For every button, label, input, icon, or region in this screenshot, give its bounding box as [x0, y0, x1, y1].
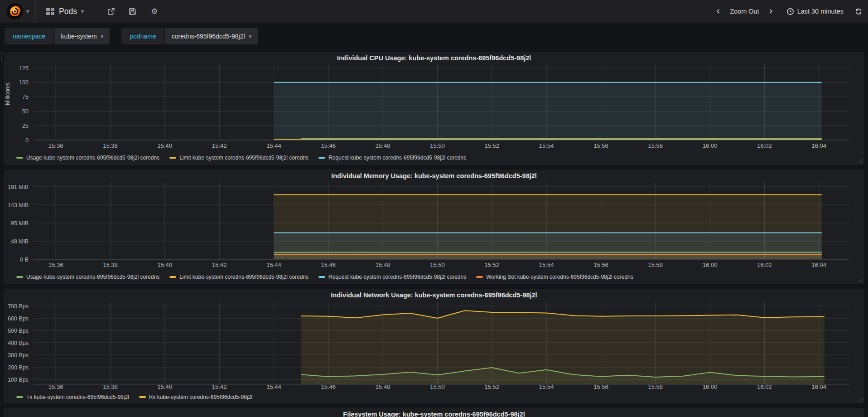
variable-value-podname[interactable]: coredns-695f96dcd5-98j2l ▾	[165, 28, 258, 44]
x-tick-label: 15:36	[48, 142, 63, 149]
x-tick-label: 16:00	[703, 383, 718, 390]
y-tick-label: 0	[25, 137, 29, 144]
x-tick-label: 15:36	[48, 383, 63, 390]
x-tick-label: 16:02	[757, 262, 772, 268]
time-range-picker[interactable]: Last 30 minutes	[786, 8, 844, 15]
x-tick-label: 15:44	[266, 383, 281, 390]
x-tick-label: 15:42	[212, 142, 227, 149]
x-tick-label: 15:52	[485, 383, 500, 390]
x-tick-label: 16:02	[757, 142, 772, 149]
legend-item[interactable]: Request kube-system coredns-695f96dcd5-9…	[318, 155, 466, 161]
y-tick-label: 50	[22, 108, 29, 115]
share-icon	[107, 7, 115, 15]
y-tick-label: 100 Bps	[8, 377, 29, 383]
panel-resize-handle[interactable]	[858, 158, 863, 164]
time-shift-back-button[interactable]	[714, 6, 723, 16]
legend-label: Rx kube-system coredns-695f96dcd5-98j2l	[149, 394, 252, 400]
y-tick-label: 191 MiB	[8, 184, 29, 190]
x-tick-label: 15:38	[103, 142, 118, 149]
y-tick-label: 0 B	[20, 257, 29, 263]
legend-label: Working Set kube-system coredns-695f96dc…	[486, 274, 633, 280]
gear-icon: ⚙	[151, 8, 158, 15]
variable-value-text: coredns-695f96dcd5-98j2l	[172, 33, 245, 40]
y-tick-label: 200 Bps	[8, 364, 29, 371]
legend-swatch-icon	[476, 276, 483, 278]
y-tick-label: 25	[22, 123, 29, 129]
x-tick-label: 15:54	[539, 262, 554, 268]
x-tick-label: 15:56	[593, 142, 608, 149]
x-tick-label: 16:04	[812, 262, 827, 268]
panel-title-filesystem[interactable]: Filesystem Usage: kube-system coredns-69…	[4, 408, 864, 417]
legend-swatch-icon	[318, 157, 325, 159]
x-tick-label: 15:40	[158, 142, 173, 149]
x-tick-label: 15:58	[648, 142, 663, 149]
zoom-out-button[interactable]: Zoom Out	[730, 8, 759, 15]
legend-item[interactable]: Tx kube-system coredns-695f96dcd5-98j2l	[16, 394, 129, 400]
dashboard-title: Pods	[59, 7, 77, 16]
legend-item[interactable]: Request kube-system coredns-695f96dcd5-9…	[318, 274, 466, 280]
legend-swatch-icon	[16, 157, 23, 159]
legend-item[interactable]: Rx kube-system coredns-695f96dcd5-98j2l	[139, 394, 252, 400]
y-tick-label: 48 MiB	[11, 238, 29, 245]
save-button[interactable]	[128, 6, 138, 16]
x-tick-label: 15:42	[212, 383, 227, 390]
y-tick-label: 95 MiB	[11, 220, 29, 227]
chevron-down-icon: ▾	[101, 34, 104, 39]
dashboard-grid-icon	[46, 7, 55, 15]
x-tick-label: 15:54	[539, 142, 554, 149]
legend-label: Usage kube-system coredns-695f96dcd5-98j…	[26, 155, 159, 161]
x-tick-label: 15:50	[430, 262, 445, 268]
panel-title-memory[interactable]: Individual Memory Usage: kube-system cor…	[4, 170, 864, 182]
y-tick-label: 125	[19, 65, 29, 72]
x-tick-label: 15:46	[321, 262, 336, 268]
x-tick-label: 15:46	[321, 383, 336, 390]
row-drag-handle[interactable]	[0, 52, 3, 62]
x-tick-label: 15:46	[321, 142, 336, 149]
legend-label: Request kube-system coredns-695f96dcd5-9…	[328, 274, 466, 280]
panel-title-cpu[interactable]: Individual CPU Usage: kube-system coredn…	[4, 52, 864, 64]
panel-title-network[interactable]: Individual Network Usage: kube-system co…	[4, 289, 864, 301]
refresh-icon	[855, 8, 863, 15]
chevron-right-icon	[767, 8, 774, 15]
dashboard-picker[interactable]: Pods ▾	[36, 0, 94, 23]
legend-swatch-icon	[16, 276, 23, 278]
variable-value-namespace[interactable]: kube-system ▾	[54, 28, 110, 44]
navbar: ▾ Pods ▾	[0, 0, 868, 23]
x-tick-label: 15:50	[430, 142, 445, 149]
cpu-chart[interactable]: 025507510012515:3615:3815:4015:4215:4415…	[4, 64, 864, 153]
time-shift-forward-button[interactable]	[766, 6, 776, 16]
refresh-button[interactable]	[854, 6, 863, 16]
legend-swatch-icon	[16, 396, 23, 398]
x-tick-label: 15:48	[376, 262, 391, 268]
panel-resize-handle[interactable]	[858, 397, 863, 402]
settings-button[interactable]: ⚙	[149, 6, 159, 16]
x-tick-label: 15:58	[648, 262, 663, 268]
legend-item[interactable]: Usage kube-system coredns-695f96dcd5-98j…	[16, 274, 159, 280]
legend-item[interactable]: Usage kube-system coredns-695f96dcd5-98j…	[16, 155, 159, 161]
legend-item[interactable]: Limit kube-system coredns-695f96dcd5-98j…	[169, 155, 309, 161]
x-tick-label: 15:52	[485, 142, 500, 149]
network-chart[interactable]: 100 Bps200 Bps300 Bps400 Bps500 Bps600 B…	[4, 301, 864, 392]
legend-swatch-icon	[318, 276, 325, 278]
y-tick-label: 600 Bps	[8, 315, 29, 322]
x-tick-label: 15:54	[539, 383, 554, 390]
chevron-down-icon: ▾	[249, 34, 252, 39]
memory-chart[interactable]: 0 B48 MiB95 MiB143 MiB191 MiB15:3615:381…	[4, 182, 864, 272]
legend-label: Usage kube-system coredns-695f96dcd5-98j…	[26, 274, 159, 280]
y-tick-label: 400 Bps	[8, 340, 29, 346]
legend-item[interactable]: Working Set kube-system coredns-695f96dc…	[476, 274, 633, 280]
legend-item[interactable]: Limit kube-system coredns-695f96dcd5-98j…	[169, 274, 309, 280]
series-fill	[274, 254, 822, 259]
x-tick-label: 16:04	[812, 383, 827, 390]
time-range-label: Last 30 minutes	[797, 8, 844, 15]
legend-label: Tx kube-system coredns-695f96dcd5-98j2l	[26, 394, 129, 400]
x-tick-label: 16:02	[757, 383, 772, 390]
share-button[interactable]	[106, 6, 116, 16]
panel-resize-handle[interactable]	[858, 277, 863, 283]
x-tick-label: 15:52	[485, 262, 500, 268]
grafana-menu-button[interactable]: ▾	[0, 0, 35, 23]
legend-swatch-icon	[169, 276, 176, 278]
x-tick-label: 16:00	[703, 142, 718, 149]
panel-memory-usage: Individual Memory Usage: kube-system cor…	[4, 170, 864, 284]
cpu-legend: Usage kube-system coredns-695f96dcd5-98j…	[4, 153, 864, 163]
